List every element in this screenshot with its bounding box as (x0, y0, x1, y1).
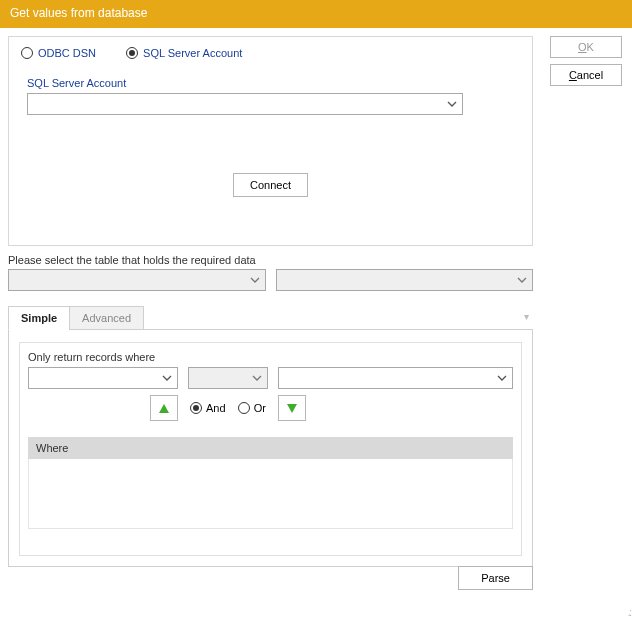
connect-button[interactable]: Connect (233, 173, 308, 197)
tab-advanced[interactable]: Advanced (69, 306, 144, 330)
sql-account-combo[interactable] (27, 93, 463, 115)
select-table-label: Please select the table that holds the r… (8, 254, 533, 266)
window-title: Get values from database (10, 6, 147, 20)
table-combo-2[interactable] (276, 269, 534, 291)
filter-field-combo[interactable] (28, 367, 178, 389)
query-tabs: Simple Advanced ▾ Only return records wh… (8, 305, 533, 567)
radio-icon (238, 402, 250, 414)
ok-button[interactable]: OK (550, 36, 622, 58)
tab-body-simple: Only return records where (8, 329, 533, 567)
filter-value-combo[interactable] (278, 367, 513, 389)
arrow-down-icon (287, 404, 297, 413)
move-down-button[interactable] (278, 395, 306, 421)
footer: Parse (458, 566, 533, 590)
content-area: OK Cancel ODBC DSN SQL Server Account SQ… (0, 28, 632, 620)
filter-label: Only return records where (28, 351, 513, 363)
radio-icon (190, 402, 202, 414)
resize-grip[interactable]: ..: (628, 607, 630, 618)
chevron-down-icon (514, 272, 530, 288)
filter-row (28, 367, 513, 389)
chevron-down-icon (494, 370, 510, 386)
dialog-window: Get values from database OK Cancel ODBC … (0, 0, 632, 620)
sql-account-label: SQL Server Account (21, 77, 520, 89)
filter-controls: And Or (28, 395, 513, 421)
connection-panel: ODBC DSN SQL Server Account SQL Server A… (8, 36, 533, 246)
table-combo-1[interactable] (8, 269, 266, 291)
filter-panel: Only return records where (19, 342, 522, 556)
or-label: Or (254, 402, 266, 414)
chevron-down-icon (247, 272, 263, 288)
radio-and[interactable]: And (190, 402, 226, 414)
radio-sql-server-account[interactable]: SQL Server Account (126, 47, 242, 59)
radio-icon (21, 47, 33, 59)
table-selectors (8, 269, 533, 291)
where-list[interactable] (28, 459, 513, 529)
cancel-button[interactable]: Cancel (550, 64, 622, 86)
dialog-buttons: OK Cancel (550, 36, 622, 92)
radio-odbc-label: ODBC DSN (38, 47, 96, 59)
move-up-button[interactable] (150, 395, 178, 421)
radio-or[interactable]: Or (238, 402, 266, 414)
parse-button[interactable]: Parse (458, 566, 533, 590)
main-column: ODBC DSN SQL Server Account SQL Server A… (8, 36, 533, 610)
radio-icon (126, 47, 138, 59)
radio-sql-label: SQL Server Account (143, 47, 242, 59)
titlebar: Get values from database (0, 0, 632, 28)
filter-operator-combo[interactable] (188, 367, 268, 389)
chevron-down-icon (249, 370, 265, 386)
tabstrip: Simple Advanced (8, 306, 533, 330)
chevron-down-icon (444, 96, 460, 112)
arrow-up-icon (159, 404, 169, 413)
tab-simple[interactable]: Simple (8, 306, 70, 330)
where-header: Where (28, 437, 513, 459)
radio-odbc-dsn[interactable]: ODBC DSN (21, 47, 96, 59)
and-label: And (206, 402, 226, 414)
connection-type-group: ODBC DSN SQL Server Account (21, 47, 520, 59)
chevron-down-icon (159, 370, 175, 386)
